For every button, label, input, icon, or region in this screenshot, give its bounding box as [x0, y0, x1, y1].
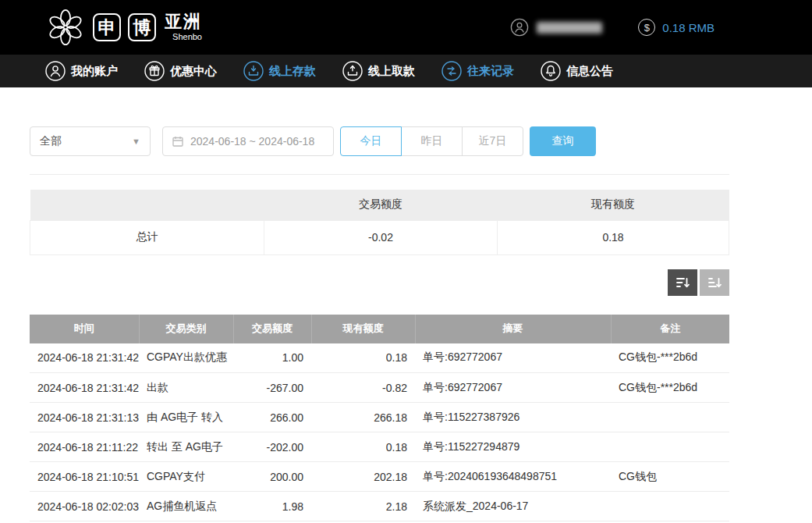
table-cell: 266.00: [233, 403, 311, 432]
nav-label: 我的账户: [71, 64, 118, 79]
summary-total-row: 总计 -0.02 0.18: [30, 220, 729, 254]
type-select[interactable]: 全部 ▼: [30, 126, 151, 156]
table-cell: [611, 403, 729, 432]
table-cell: 0.18: [311, 343, 415, 373]
filter-bar: 全部 ▼ 2024-06-18 ~ 2024-06-18 今日 昨日 近7日 查…: [30, 126, 729, 156]
nav-item-records[interactable]: 往来记录: [441, 61, 514, 81]
flower-logo-icon: [45, 7, 86, 48]
col-header-time: 时间: [30, 315, 139, 343]
table-cell: 0.18: [311, 432, 415, 462]
col-header-type: 交易类别: [139, 315, 233, 343]
chevron-down-icon: ▼: [132, 137, 140, 146]
nav-item-promotions[interactable]: 优惠中心: [144, 61, 217, 81]
quick-btn-last7days[interactable]: 近7日: [462, 126, 523, 156]
table-cell: 2024-06-18 21:31:42: [30, 373, 139, 403]
nav-item-deposit[interactable]: 线上存款: [243, 61, 316, 81]
summary-header-empty: [30, 190, 264, 220]
table-cell: CGPAY支付: [139, 462, 233, 492]
table-cell: 202.18: [311, 462, 415, 492]
table-cell: 单号:692772067: [415, 343, 611, 373]
table-row: 2024-06-18 21:10:51CGPAY支付200.00202.18单号…: [30, 462, 729, 492]
table-cell: CG钱包: [611, 462, 729, 492]
table-cell: 200.00: [233, 462, 311, 492]
table-cell: 266.18: [311, 403, 415, 432]
user-icon: [45, 61, 66, 81]
nav-label: 优惠中心: [170, 64, 217, 79]
summary-balance-total: 0.18: [498, 220, 729, 254]
table-cell: -0.82: [311, 373, 415, 403]
nav-label: 信息公告: [566, 64, 613, 79]
nav-label: 线上取款: [368, 64, 415, 79]
bell-icon: [541, 61, 561, 81]
table-cell: 单号:692772067: [415, 373, 611, 403]
brand-logo[interactable]: 申 博 亚洲 Shenbo: [45, 7, 202, 48]
type-select-value: 全部: [40, 134, 62, 148]
table-row: 2024-06-18 21:31:42CGPAY出款优惠1.000.18单号:6…: [30, 343, 729, 373]
records-table-body: 2024-06-18 21:31:42CGPAY出款优惠1.000.18单号:6…: [30, 343, 729, 521]
col-header-remark: 备注: [611, 315, 729, 343]
table-cell: CGPAY出款优惠: [139, 343, 233, 373]
quick-btn-yesterday[interactable]: 昨日: [401, 126, 463, 156]
top-header: 申 博 亚洲 Shenbo $ 0.18 RMB: [0, 0, 812, 55]
table-cell: 2024-06-18 02:02:03: [30, 492, 139, 521]
table-cell: CG钱包-***2b6d: [611, 343, 729, 373]
search-button[interactable]: 查询: [530, 126, 596, 156]
table-cell: 2024-06-18 21:31:42: [30, 343, 139, 373]
col-header-amount: 交易额度: [233, 315, 311, 343]
date-range-input[interactable]: 2024-06-18 ~ 2024-06-18: [162, 126, 334, 156]
table-row: 2024-06-18 21:31:42出款-267.00-0.82单号:6927…: [30, 373, 729, 403]
table-cell: 2024-06-18 21:11:22: [30, 432, 139, 462]
table-cell: 2024-06-18 21:31:13: [30, 403, 139, 432]
brand-region: 亚洲: [165, 13, 202, 30]
summary-total-label: 总计: [30, 220, 264, 254]
main-nav: 我的账户 优惠中心 线上存款 线上取款 往来: [0, 55, 812, 87]
table-cell: -202.00: [233, 432, 311, 462]
table-cell: 转出 至 AG电子: [139, 432, 233, 462]
gift-icon: [144, 61, 165, 81]
records-icon: [441, 61, 462, 81]
brand-char-2: 博: [128, 13, 156, 41]
brand-char-1: 申: [93, 13, 121, 41]
nav-item-my-account[interactable]: 我的账户: [45, 61, 118, 81]
summary-header-transaction: 交易额度: [264, 190, 498, 220]
table-cell: 由 AG电子 转入: [139, 403, 233, 432]
balance-amount: 0.18 RMB: [662, 21, 714, 34]
section-divider: [30, 174, 729, 175]
table-cell: 2024-06-18 21:10:51: [30, 462, 139, 492]
sort-asc-button[interactable]: [700, 269, 729, 296]
table-cell: 单号:202406193648498751: [415, 462, 611, 492]
table-row: 2024-06-18 21:31:13由 AG电子 转入266.00266.18…: [30, 403, 729, 432]
user-info: $ 0.18 RMB: [510, 18, 714, 37]
table-row: 2024-06-18 02:02:03AG捕鱼机返点1.982.18系统派发_2…: [30, 492, 729, 521]
nav-label: 线上存款: [269, 64, 316, 79]
nav-item-withdraw[interactable]: 线上取款: [342, 61, 415, 81]
col-header-summary: 摘要: [415, 315, 611, 343]
deposit-icon: [243, 61, 264, 81]
quick-btn-today[interactable]: 今日: [340, 126, 402, 156]
brand-text: 亚洲 Shenbo: [165, 13, 202, 41]
sort-asc-icon: [707, 275, 722, 290]
col-header-balance: 现有额度: [311, 315, 415, 343]
sort-desc-button[interactable]: [668, 269, 697, 296]
table-cell: 单号:115227387926: [415, 403, 611, 432]
withdraw-icon: [342, 61, 363, 81]
account-user-icon: [510, 18, 529, 37]
summary-transaction-total: -0.02: [264, 220, 498, 254]
date-range-value: 2024-06-18 ~ 2024-06-18: [190, 135, 314, 148]
table-cell: AG捕鱼机返点: [139, 492, 233, 521]
brand-en: Shenbo: [172, 33, 202, 41]
username-blurred: [537, 22, 602, 34]
quick-range-group: 今日 昨日 近7日: [340, 126, 523, 156]
nav-item-announcements[interactable]: 信息公告: [541, 61, 613, 81]
table-cell: 系统派发_2024-06-17: [415, 492, 611, 521]
table-row: 2024-06-18 21:11:22转出 至 AG电子-202.000.18单…: [30, 432, 729, 462]
table-cell: 2.18: [311, 492, 415, 521]
summary-header-balance: 现有额度: [498, 190, 729, 220]
table-cell: 出款: [139, 373, 233, 403]
summary-header-row: 交易额度 现有额度: [30, 190, 729, 220]
table-cell: 1.98: [233, 492, 311, 521]
table-cell: 单号:115227294879: [415, 432, 611, 462]
table-cell: -267.00: [233, 373, 311, 403]
table-cell: CG钱包-***2b6d: [611, 373, 729, 403]
records-header-row: 时间 交易类别 交易额度 现有额度 摘要 备注: [30, 315, 729, 343]
